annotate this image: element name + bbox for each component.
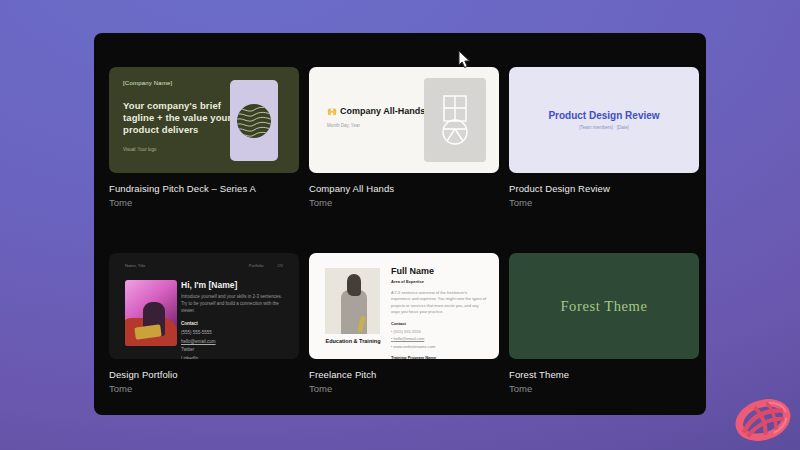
slide-text-block: 🙌Company All-Hands Month Day, Year [327, 106, 425, 128]
template-card-design-portfolio[interactable]: Name, Title Portfolio CV Hi, I'm [Name] … [109, 253, 299, 394]
template-author: Tome [109, 383, 299, 394]
template-title: Company All Hands [309, 183, 499, 194]
template-card-fundraising-pitch-deck[interactable]: [Company Name] Your company's brief tagl… [109, 67, 299, 208]
template-author: Tome [509, 383, 699, 394]
slide-headline: Your company's brief tagline + the value… [123, 100, 233, 136]
contact-label: Contact [181, 321, 283, 326]
contact-linkedin: LinkedIn [181, 355, 283, 359]
dribbble-logo [729, 395, 797, 445]
slide-nav-header: Name, Title Portfolio CV [125, 263, 283, 268]
photo-caption: Education & Training [319, 338, 387, 344]
template-title: Fundraising Pitch Deck – Series A [109, 183, 299, 194]
template-gallery-window: [Company Name] Your company's brief tagl… [94, 33, 706, 415]
page: { "gallery": { "author_default": "Tome",… [0, 0, 800, 450]
template-card-freelance-pitch[interactable]: Education & Training Full Name Area of E… [309, 253, 499, 394]
expertise-label: Area of Expertise [391, 279, 487, 284]
gallery-row-1: [Company Name] Your company's brief tagl… [109, 67, 699, 208]
phone-mockup-graphic [230, 80, 278, 161]
contact-list: (555) 555-5555 hello@email.com Twitter L… [181, 329, 283, 359]
portrait-photo [125, 280, 177, 346]
slide-date-placeholder: Month Day, Year [327, 123, 425, 128]
contact-twitter: Twitter [181, 346, 283, 355]
slide-footer-note: Visual: Your logo [123, 147, 233, 152]
photo-hair-shape [347, 274, 361, 296]
wavy-globe-icon [235, 102, 273, 140]
template-author: Tome [309, 197, 499, 208]
slide-heading: Product Design Review [548, 110, 659, 121]
abstract-arch-logo-icon [435, 91, 475, 149]
slide-intro-text: Introduce yourself and your skills in 2-… [181, 294, 283, 314]
template-card-forest-theme[interactable]: Forest Theme Forest Theme Tome [509, 253, 699, 394]
template-card-product-design-review[interactable]: Product Design Review [Team members] · [… [509, 67, 699, 208]
contact-website: www.websitename.com [391, 343, 487, 351]
mouse-cursor [458, 50, 471, 69]
template-title: Forest Theme [509, 369, 699, 380]
slide-thumbnail-fundraising[interactable]: [Company Name] Your company's brief tagl… [109, 67, 299, 173]
template-title: Freelance Pitch [309, 369, 499, 380]
contact-list: (555) 555-5555 hello@email.com www.websi… [391, 328, 487, 351]
contact-email: hello@email.com [181, 338, 283, 347]
nav-portfolio-link: Portfolio [249, 263, 264, 268]
slide-heading-text: Company All-Hands [340, 106, 425, 116]
gallery-row-2: Name, Title Portfolio CV Hi, I'm [Name] … [109, 253, 699, 394]
slide-overview-text: A 2-3 sentence overview of the freelance… [391, 290, 487, 316]
training-label: Training Program Name [391, 355, 487, 359]
slide-thumbnail-design-review[interactable]: Product Design Review [Team members] · [… [509, 67, 699, 173]
contact-phone: (555) 555-5555 [391, 328, 487, 336]
contact-email: hello@email.com [391, 335, 487, 343]
slide-text-block: [Company Name] Your company's brief tagl… [123, 80, 233, 152]
template-card-company-all-hands[interactable]: 🙌Company All-Hands Month Day, Year Compa… [309, 67, 499, 208]
slide-thumbnail-freelance[interactable]: Education & Training Full Name Area of E… [309, 253, 499, 359]
contact-phone: (555) 555-5555 [181, 329, 283, 338]
template-author: Tome [509, 197, 699, 208]
raised-hands-emoji: 🙌 [327, 107, 337, 116]
template-title: Product Design Review [509, 183, 699, 194]
nav-name-title: Name, Title [125, 263, 145, 268]
logo-placeholder-panel [424, 78, 486, 162]
template-author: Tome [309, 383, 499, 394]
slide-text-block: Hi, I'm [Name] Introduce yourself and yo… [181, 280, 283, 359]
slide-heading: Hi, I'm [Name] [181, 280, 283, 290]
slide-heading: Forest Theme [560, 298, 647, 315]
freelancer-photo [325, 268, 380, 334]
slide-heading: Full Name [391, 266, 487, 276]
template-author: Tome [109, 197, 299, 208]
company-name-placeholder: [Company Name] [123, 80, 233, 86]
template-title: Design Portfolio [109, 369, 299, 380]
slide-subtext-placeholder: [Team members] · [Date] [579, 125, 629, 130]
slide-heading: 🙌Company All-Hands [327, 106, 425, 116]
slide-thumbnail-all-hands[interactable]: 🙌Company All-Hands Month Day, Year [309, 67, 499, 173]
slide-thumbnail-portfolio[interactable]: Name, Title Portfolio CV Hi, I'm [Name] … [109, 253, 299, 359]
slide-text-block: Full Name Area of Expertise A 2-3 senten… [391, 266, 487, 359]
nav-cv-link: CV [277, 263, 283, 268]
slide-thumbnail-forest[interactable]: Forest Theme [509, 253, 699, 359]
contact-label: Contact [391, 321, 487, 326]
